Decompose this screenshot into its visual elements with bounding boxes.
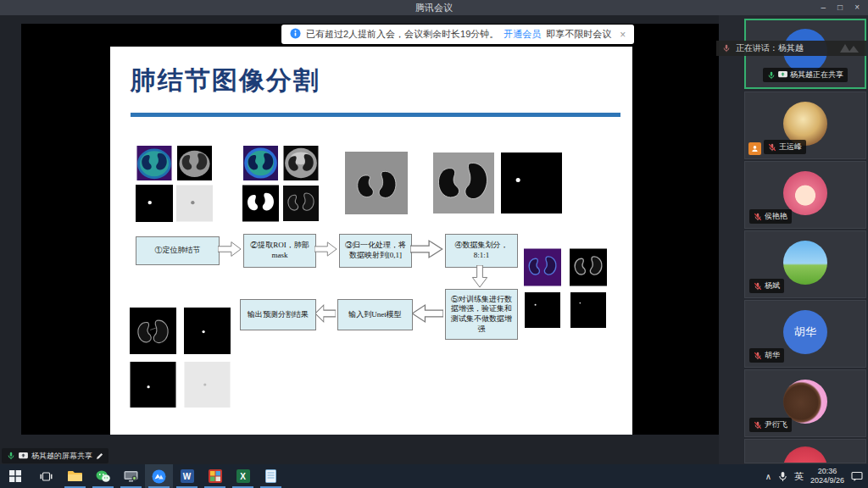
taskbar-app-screen-projection[interactable] xyxy=(117,464,145,488)
taskbar-app-word[interactable]: W xyxy=(173,464,201,488)
language-indicator[interactable]: 英 xyxy=(794,470,804,483)
augmented-mask-thumb xyxy=(524,292,561,328)
upgrade-membership-link[interactable]: 开通会员 xyxy=(504,28,541,41)
participant-tile[interactable]: 杨斌 xyxy=(744,230,866,298)
nodule-mask-thumb xyxy=(136,185,173,222)
flow-step-3: ③归一化处理，将 数据映射到[0,1] xyxy=(339,234,412,268)
slide-title-rule xyxy=(131,113,620,117)
participant-tile[interactable]: 侯艳艳 xyxy=(744,161,866,229)
presentation-slide: 肺结节图像分割 ①定位肺结节 ②提取ROI，肺部 mask ③归 xyxy=(110,47,632,435)
host-badge-icon xyxy=(748,142,761,155)
window-title: 腾讯会议 xyxy=(415,2,453,14)
wechat-icon xyxy=(96,470,110,483)
active-speaker-toast: 正在讲话：杨其越 xyxy=(716,41,866,56)
clock-time: 20:36 xyxy=(810,467,844,476)
notification-text-suffix: 即享不限时会议 xyxy=(546,28,611,41)
nodule-thumb-light xyxy=(176,185,213,222)
hidden-icons-chevron[interactable]: ∧ xyxy=(765,472,771,481)
prediction-thumb-light xyxy=(184,362,231,408)
participant-tile[interactable]: 胡华 胡华 xyxy=(744,300,866,368)
prediction-mask-thumb xyxy=(184,308,231,354)
avatar xyxy=(783,241,827,285)
start-button[interactable] xyxy=(0,464,31,488)
windows-logo-icon xyxy=(9,470,21,482)
mic-muted-icon xyxy=(754,282,762,291)
close-button[interactable]: × xyxy=(854,0,860,15)
taskbar-app-wechat[interactable] xyxy=(89,464,117,488)
taskbar-app-notepad[interactable] xyxy=(257,464,285,488)
notepad-icon xyxy=(265,469,276,483)
lung-contour-thumb xyxy=(283,185,319,222)
mic-on-icon xyxy=(7,452,15,460)
ct-thumb-colored xyxy=(136,146,173,180)
flow-step-6: 输入到Unet模型 xyxy=(337,299,413,330)
nodule-mask-image xyxy=(500,152,563,214)
task-view-button[interactable] xyxy=(31,464,61,488)
windows-taskbar: W X ∧ 英 20:36 2024/9/26 xyxy=(0,464,868,488)
mic-speaking-icon xyxy=(722,44,731,53)
mic-muted-icon xyxy=(768,143,776,152)
ct-thumb-gray xyxy=(176,146,213,180)
arrow-down-icon xyxy=(471,265,488,288)
task-view-icon xyxy=(40,471,53,482)
arrow-right-icon xyxy=(410,240,443,258)
annotate-pencil-icon[interactable] xyxy=(96,452,103,460)
augmented-thumb-gray xyxy=(570,247,607,287)
file-explorer-icon xyxy=(68,470,82,482)
taskbar-clock[interactable]: 20:36 2024/9/26 xyxy=(810,467,844,486)
ct-thumb-colored xyxy=(242,146,279,180)
mic-on-icon xyxy=(767,71,776,80)
active-speaker-label: 正在讲话：杨其越 xyxy=(736,42,804,54)
tray-mic-icon[interactable] xyxy=(778,471,787,482)
participant-name-label: 胡华 xyxy=(749,348,784,363)
system-tray: ∧ 英 20:36 2024/9/26 xyxy=(765,464,868,488)
clock-date: 2024/9/26 xyxy=(810,476,844,485)
arrow-right-icon xyxy=(314,240,337,258)
lung-mask-thumb xyxy=(242,185,279,222)
flow-step-4: ④数据集划分， 8:1:1 xyxy=(445,234,518,268)
participant-sharing-label: 杨其越正在共享 xyxy=(763,68,848,82)
word-icon: W xyxy=(181,469,194,483)
arrow-right-icon xyxy=(218,240,242,258)
mic-muted-icon xyxy=(754,421,762,430)
tencent-meeting-icon xyxy=(152,469,166,484)
prediction-contour-thumb xyxy=(130,308,176,354)
notification-close-icon[interactable]: × xyxy=(620,29,626,41)
taskbar-app-excel[interactable]: X xyxy=(229,464,257,488)
action-center-icon[interactable] xyxy=(851,471,863,482)
taskbar-app-tiles[interactable] xyxy=(201,464,229,488)
arrow-left-icon xyxy=(411,304,443,323)
mic-muted-icon xyxy=(754,352,762,360)
slide-title: 肺结节图像分割 xyxy=(131,64,320,98)
taskbar-app-file-explorer[interactable] xyxy=(61,464,89,488)
window-controls: – □ × xyxy=(816,0,865,15)
window-titlebar: 腾讯会议 xyxy=(0,0,868,15)
flow-step-7: 输出预测分割结果 xyxy=(240,299,316,330)
flow-step-2: ②提取ROI，肺部 mask xyxy=(243,234,316,268)
flow-step-5: ⑤对训练集进行数 据增强，验证集和 测试集不做数据增 强 xyxy=(445,289,518,340)
augmented-mask-thumb xyxy=(570,292,607,328)
avatar xyxy=(783,446,827,463)
prediction-mask-thumb xyxy=(130,362,176,408)
minimize-button[interactable]: – xyxy=(821,0,826,15)
participant-tile[interactable]: 尹衍飞 xyxy=(744,369,866,437)
maximize-button[interactable]: □ xyxy=(837,0,843,15)
screen-share-icon xyxy=(19,452,28,460)
participant-tile[interactable] xyxy=(744,439,866,463)
notification-text: 已有超过2人提前入会，会议剩余时长19分钟。 xyxy=(306,28,498,41)
arrow-left-icon xyxy=(314,304,336,323)
augmented-thumb-colored xyxy=(524,247,561,287)
app-tiles-icon xyxy=(209,469,222,483)
roi-image xyxy=(345,151,408,215)
meeting-notification-banner: 已有超过2人提前入会，会议剩余时长19分钟。 开通会员 即享不限时会议 × xyxy=(281,25,634,44)
excel-icon: X xyxy=(236,469,250,483)
screen-share-icon xyxy=(778,71,787,79)
avatar-initials: 胡华 xyxy=(794,324,816,340)
share-pill-label: 杨其越的屏幕共享 xyxy=(31,451,92,462)
avatar: 胡华 xyxy=(783,310,827,354)
participant-tile[interactable]: 王运峰 xyxy=(744,92,866,159)
participant-name-label: 尹衍飞 xyxy=(749,418,792,432)
meeting-logo-watermark-icon xyxy=(839,42,861,53)
roi-image-normalized xyxy=(432,152,495,214)
taskbar-app-tencent-meeting[interactable] xyxy=(145,464,173,488)
